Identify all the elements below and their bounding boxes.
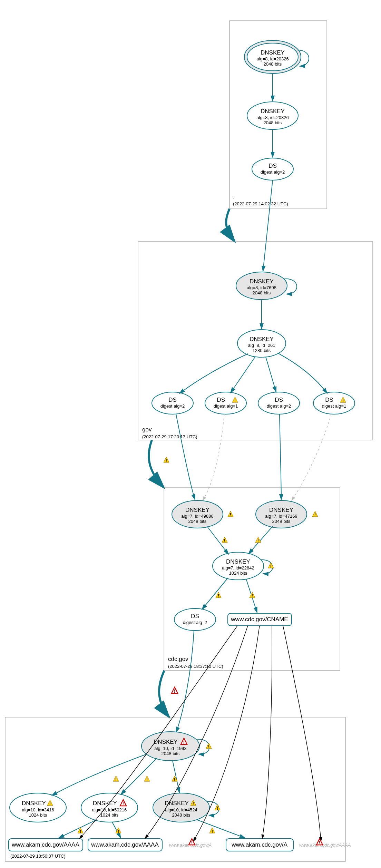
zone-cdc-label: cdc.gov bbox=[168, 656, 188, 662]
akam-k1-title: DNSKEY bbox=[22, 800, 46, 807]
zone-gov-label: gov bbox=[142, 426, 152, 433]
svg-text:!: ! bbox=[212, 829, 213, 834]
gov-ds2-title: DS bbox=[217, 397, 225, 403]
cdc-k1-l2: 2048 bits bbox=[188, 519, 207, 524]
zone-akam-timestamp: (2022-07-29 18:50:37 UTC) bbox=[10, 854, 66, 859]
edge-cname-r3 bbox=[262, 626, 272, 839]
warn-icon: ! bbox=[312, 511, 318, 517]
node-cdc-k2: DNSKEY alg=7, id=47169 2048 bits bbox=[256, 500, 307, 528]
svg-text:!: ! bbox=[123, 801, 124, 806]
gov-ksk-title: DNSKEY bbox=[250, 278, 274, 285]
edge-cdc-k2-zsk bbox=[248, 526, 273, 554]
akam-r3-title: www.akam.cdc.gov/A bbox=[231, 841, 287, 848]
gov-ds2-l1: digest alg=1 bbox=[214, 403, 238, 409]
edge-root-ds-gov-ksk bbox=[263, 180, 273, 271]
gov-ksk-l1: alg=8, id=7698 bbox=[247, 285, 276, 290]
akam-k1-l2: 1024 bits bbox=[29, 812, 47, 818]
akam-ksk-l1: alg=10, id=1993 bbox=[154, 746, 186, 751]
warn-icon: ! bbox=[268, 563, 274, 569]
akam-ksk-l2: 2048 bits bbox=[162, 751, 180, 756]
gov-zsk-l2: 1280 bits bbox=[253, 348, 271, 353]
svg-point-13 bbox=[174, 608, 216, 631]
edge-gov-zsk-ds2 bbox=[231, 357, 255, 393]
edge-akam-ksk-k1 bbox=[52, 754, 147, 796]
warn-icon: ! bbox=[209, 828, 215, 834]
svg-text:!: ! bbox=[191, 840, 193, 845]
cdc-zsk-l1: alg=7, id=22842 bbox=[222, 565, 254, 570]
node-root-ksk: DNSKEY alg=8, id=20326 2048 bits bbox=[244, 40, 301, 74]
svg-text:!: ! bbox=[314, 512, 316, 517]
svg-point-9 bbox=[313, 392, 355, 414]
edge-cdc-zsk-ds bbox=[202, 578, 228, 609]
akam-r1-title: www.akam.cdc.gov/AAAA bbox=[11, 841, 79, 848]
svg-text:!: ! bbox=[208, 744, 209, 749]
cdc-k2-l2: 2048 bits bbox=[272, 519, 291, 524]
node-cdc-cname: www.cdc.gov/CNAME bbox=[228, 613, 292, 626]
node-gov-ds2: DS digest alg=1 bbox=[205, 392, 246, 414]
svg-text:!: ! bbox=[174, 777, 175, 782]
dnssec-graph: . (2022-07-29 14:02:32 UTC) DNSKEY alg=8… bbox=[0, 0, 381, 868]
root-ds-l1: digest alg=2 bbox=[261, 169, 285, 175]
svg-text:!: ! bbox=[342, 398, 344, 403]
svg-text:!: ! bbox=[217, 806, 218, 811]
warn-icon: ! bbox=[228, 511, 233, 517]
akam-k3-l1: alg=10, id=4524 bbox=[165, 807, 197, 812]
edge-gov-ds1-cdc-k1 bbox=[176, 414, 195, 500]
root-ds-title: DS bbox=[268, 163, 277, 169]
akam-k2-l2: 1024 bits bbox=[100, 812, 119, 818]
node-root-zsk: DNSKEY alg=8, id=20826 2048 bits bbox=[247, 102, 298, 129]
node-cdc-zsk: DNSKEY alg=7, id=22842 1024 bits bbox=[213, 552, 264, 580]
edge-gov-ds3-cdc-k2 bbox=[280, 414, 281, 500]
svg-text:!: ! bbox=[115, 777, 117, 782]
edge-gov-zsk-ds1 bbox=[179, 354, 248, 393]
cdc-k2-l1: alg=7, id=47169 bbox=[265, 514, 297, 519]
zone-root-timestamp: (2022-07-29 14:02:32 UTC) bbox=[233, 201, 288, 206]
edge-gov-zsk-ds4 bbox=[278, 353, 327, 393]
akam-k2-l1: alg=10, id=50216 bbox=[92, 807, 127, 812]
cdc-zsk-title: DNSKEY bbox=[226, 558, 250, 565]
node-cdc-k1: DNSKEY alg=7, id=49888 2048 bits bbox=[172, 500, 223, 528]
cdc-k1-l1: alg=7, id=49888 bbox=[181, 514, 213, 519]
warn-icon: ! bbox=[164, 457, 169, 463]
warn-icon: ! bbox=[222, 537, 227, 543]
error-icon: ! bbox=[316, 839, 323, 845]
warn-icon: ! bbox=[250, 592, 255, 598]
svg-text:!: ! bbox=[49, 801, 51, 806]
error-icon: ! bbox=[172, 687, 178, 694]
node-akam-k3: DNSKEY alg=10, id=4524 2048 bits bbox=[153, 793, 209, 822]
svg-text:!: ! bbox=[174, 689, 175, 694]
gov-ds1-title: DS bbox=[168, 397, 177, 403]
svg-text:!: ! bbox=[218, 593, 219, 598]
svg-point-6 bbox=[152, 392, 193, 414]
svg-text:!: ! bbox=[270, 564, 272, 569]
node-gov-ds3: DS digest alg=2 bbox=[258, 392, 300, 414]
svg-text:!: ! bbox=[234, 398, 236, 403]
root-zsk-title: DNSKEY bbox=[261, 108, 285, 115]
svg-text:!: ! bbox=[224, 538, 225, 543]
warn-icon: ! bbox=[216, 592, 221, 598]
gov-ds3-title: DS bbox=[275, 397, 283, 403]
node-akam-ksk: DNSKEY alg=10, id=1993 2048 bits bbox=[141, 732, 199, 761]
node-gov-ds4: DS digest alg=1 bbox=[313, 392, 355, 414]
cdc-k1-title: DNSKEY bbox=[185, 507, 209, 513]
cdc-k2-title: DNSKEY bbox=[269, 507, 293, 513]
cdc-zsk-l2: 1024 bits bbox=[229, 570, 247, 576]
cdc-ds-title: DS bbox=[191, 613, 199, 620]
svg-text:!: ! bbox=[146, 777, 148, 782]
node-akam-r2: www.akam.cdc.gov/AAAA bbox=[88, 839, 162, 851]
edge-zone-root-gov bbox=[226, 209, 235, 242]
akam-k2-title: DNSKEY bbox=[93, 800, 117, 807]
edge-zone-cdc-akam bbox=[159, 671, 169, 717]
edge-akam-ksk-k2 bbox=[121, 758, 157, 794]
akam-k1-l1: alg=10, id=3416 bbox=[22, 807, 54, 812]
node-gov-ksk: DNSKEY alg=8, id=7698 2048 bits bbox=[236, 272, 287, 300]
zone-root-label: . bbox=[233, 193, 235, 200]
akam-k3-l2: 2048 bits bbox=[172, 812, 190, 818]
edge-akam-k2-r1 bbox=[59, 820, 97, 838]
svg-text:!: ! bbox=[193, 801, 194, 806]
akam-ksk-title: DNSKEY bbox=[154, 739, 178, 745]
warn-icon: ! bbox=[113, 776, 119, 782]
svg-text:!: ! bbox=[257, 538, 259, 543]
gov-ds3-l1: digest alg=2 bbox=[267, 403, 291, 409]
svg-text:!: ! bbox=[80, 829, 81, 834]
